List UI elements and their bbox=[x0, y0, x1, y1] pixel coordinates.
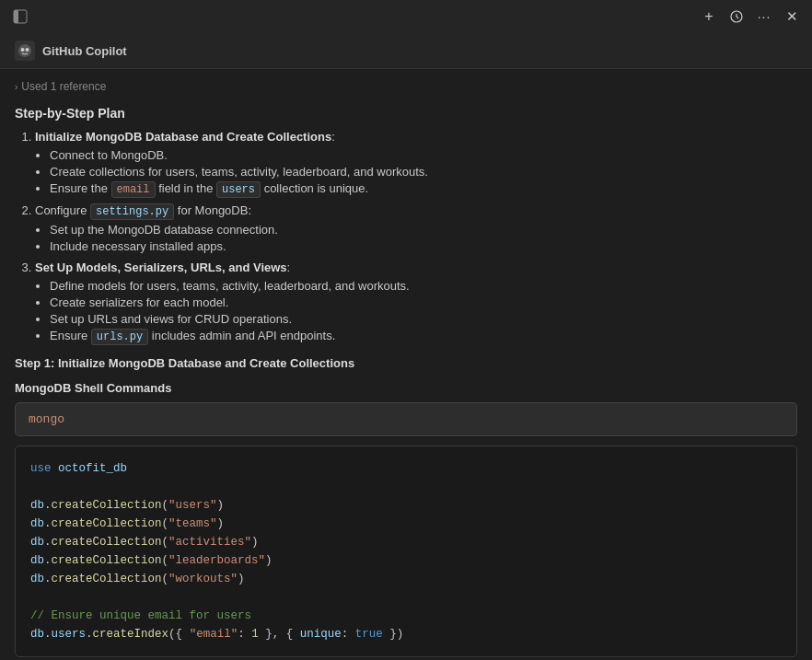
step-3-title: Set Up Models, Serializers, URLs, and Vi… bbox=[35, 261, 287, 274]
more-button[interactable]: ··· bbox=[755, 7, 773, 26]
titlebar: + ··· ✕ bbox=[0, 0, 812, 33]
add-button[interactable]: + bbox=[700, 7, 718, 26]
mongo-command: mongo bbox=[15, 402, 797, 436]
step-3: Set Up Models, Serializers, URLs, and Vi… bbox=[35, 261, 797, 343]
step-3-bullets: Define models for users, teams, activity… bbox=[35, 279, 797, 343]
step-2-bullets: Set up the MongoDB database connection. … bbox=[35, 223, 797, 253]
step1-heading: Step 1: Initialize MongoDB Database and … bbox=[15, 356, 797, 370]
steps-list: Initialize MongoDB Database and Create C… bbox=[15, 130, 797, 343]
step-1-bullet-3: Ensure the email field in the users coll… bbox=[50, 181, 797, 196]
step-1-bullet-1: Connect to MongoDB. bbox=[50, 148, 797, 162]
reference-row[interactable]: › Used 1 reference bbox=[15, 80, 797, 93]
panel-icon[interactable] bbox=[11, 7, 29, 26]
titlebar-left bbox=[11, 7, 29, 26]
step-1-title: Initialize MongoDB Database and Create C… bbox=[35, 130, 331, 144]
users-code: users bbox=[216, 181, 261, 198]
history-button[interactable] bbox=[727, 7, 746, 26]
step-3-bullet-3: Set up URLs and views for CRUD operation… bbox=[50, 312, 797, 326]
step-3-bullet-4: Ensure urls.py includes admin and API en… bbox=[50, 329, 797, 343]
chat-content: › Used 1 reference Step-by-Step Plan Ini… bbox=[0, 69, 812, 660]
close-button[interactable]: ✕ bbox=[783, 7, 801, 26]
app-name: GitHub Copilot bbox=[42, 44, 127, 58]
titlebar-right: + ··· ✕ bbox=[700, 7, 801, 26]
email-code: email bbox=[111, 181, 156, 198]
chevron-icon: › bbox=[15, 82, 17, 92]
reference-label: Used 1 reference bbox=[21, 80, 106, 93]
svg-point-3 bbox=[18, 44, 31, 57]
copilot-icon bbox=[15, 41, 35, 61]
step-3-bullet-1: Define models for users, teams, activity… bbox=[50, 279, 797, 293]
step-3-bullet-2: Create serializers for each model. bbox=[50, 295, 797, 309]
plan-heading: Step-by-Step Plan bbox=[15, 106, 797, 121]
urls-code: urls.py bbox=[91, 329, 148, 345]
chat-header: GitHub Copilot bbox=[0, 33, 812, 69]
step-2-bullet-2: Include necessary installed apps. bbox=[50, 239, 797, 253]
svg-point-4 bbox=[21, 48, 25, 52]
step-2-bullet-1: Set up the MongoDB database connection. bbox=[50, 223, 797, 237]
settings-code: settings.py bbox=[90, 203, 174, 220]
step-1: Initialize MongoDB Database and Create C… bbox=[35, 130, 797, 196]
step1-subheading: MongoDB Shell Commands bbox=[15, 381, 797, 395]
step-1-bullets: Connect to MongoDB. Create collections f… bbox=[35, 148, 797, 196]
svg-rect-1 bbox=[14, 10, 18, 23]
svg-point-5 bbox=[26, 48, 29, 52]
step-1-bullet-2: Create collections for users, teams, act… bbox=[50, 165, 797, 179]
code-block-main: use octofit_db db.createCollection("user… bbox=[15, 446, 797, 657]
step-2: Configure settings.py for MongoDB: Set u… bbox=[35, 203, 797, 253]
